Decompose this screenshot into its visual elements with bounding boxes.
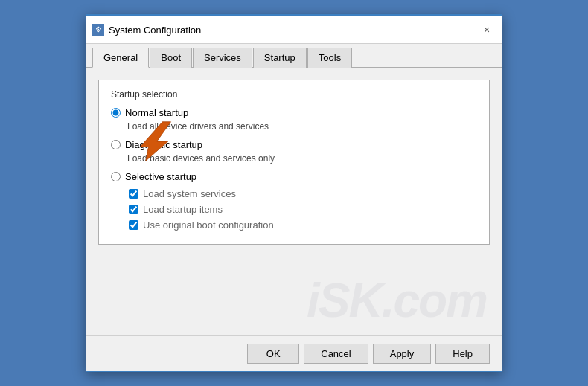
content-area: Startup selection Normal startup Load al… — [86, 68, 502, 335]
system-config-window: ⚙ System Configuration × General Boot Se… — [86, 14, 502, 372]
diagnostic-startup-radio[interactable] — [111, 140, 121, 149]
watermark: iSK.com — [307, 273, 487, 328]
selective-startup-row[interactable]: Selective startup — [111, 171, 477, 182]
load-startup-items-label[interactable]: Load startup items — [143, 204, 223, 215]
diagnostic-startup-row[interactable]: Diagnostic startup — [111, 139, 477, 150]
use-original-boot-label[interactable]: Use original boot configuration — [143, 219, 274, 231]
load-system-services-label[interactable]: Load system services — [143, 188, 236, 199]
use-original-boot-row[interactable]: Use original boot configuration — [129, 219, 477, 231]
use-original-boot-checkbox[interactable] — [129, 220, 138, 230]
load-system-services-checkbox[interactable] — [129, 189, 138, 199]
tab-bar: General Boot Services Startup Tools — [86, 44, 502, 68]
help-button[interactable]: Help — [435, 344, 490, 364]
load-system-services-row[interactable]: Load system services — [129, 188, 477, 199]
footer-buttons: OK Cancel Apply Help — [86, 335, 502, 371]
normal-startup-desc: Load all device drivers and services — [127, 121, 477, 132]
title-bar-left: ⚙ System Configuration — [92, 24, 201, 36]
tab-tools[interactable]: Tools — [307, 48, 352, 68]
tab-services[interactable]: Services — [193, 48, 252, 68]
normal-startup-radio[interactable] — [111, 108, 121, 118]
close-button[interactable]: × — [478, 21, 496, 39]
window-icon: ⚙ — [92, 24, 104, 36]
title-bar: ⚙ System Configuration × — [86, 16, 502, 44]
selective-startup-label[interactable]: Selective startup — [125, 171, 196, 182]
ok-button[interactable]: OK — [247, 344, 299, 364]
normal-startup-label[interactable]: Normal startup — [125, 107, 188, 118]
load-startup-items-checkbox[interactable] — [129, 205, 138, 214]
startup-selection-label: Startup selection — [111, 89, 477, 100]
tab-boot[interactable]: Boot — [150, 48, 192, 68]
diagnostic-startup-label[interactable]: Diagnostic startup — [125, 139, 202, 150]
load-startup-items-row[interactable]: Load startup items — [129, 204, 477, 215]
tab-startup[interactable]: Startup — [253, 48, 307, 68]
diagnostic-startup-desc: Load basic devices and services only — [127, 153, 477, 164]
window-title: System Configuration — [109, 25, 201, 36]
tab-general[interactable]: General — [92, 48, 149, 68]
normal-startup-row[interactable]: Normal startup — [111, 107, 477, 118]
selective-startup-radio[interactable] — [111, 172, 121, 181]
startup-selection-box: Startup selection Normal startup Load al… — [98, 80, 490, 245]
apply-button[interactable]: Apply — [373, 344, 432, 364]
cancel-button[interactable]: Cancel — [304, 344, 368, 364]
